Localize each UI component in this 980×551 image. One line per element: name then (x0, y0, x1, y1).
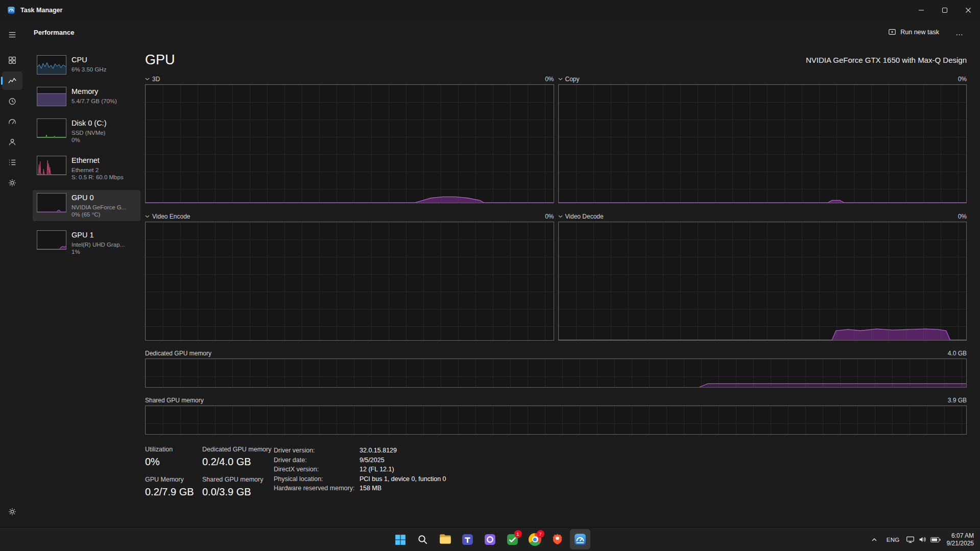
shared-gpu-memory-value: 0.0/3.9 GB (202, 486, 274, 498)
directx-version-value: 12 (FL 12.1) (360, 465, 394, 474)
perf-item-name: Memory (71, 87, 117, 96)
perf-item-detail: 0% (71, 136, 106, 143)
directx-version-label: DirectX version: (274, 465, 360, 474)
task-manager-app-icon (7, 6, 15, 14)
battery-icon (930, 537, 941, 543)
gpu-copy-chart (558, 84, 967, 203)
gpu-video-encode-chart (145, 222, 554, 341)
shared-gpu-memory-chart (145, 405, 967, 435)
sidebar-item-app-history[interactable] (2, 92, 22, 110)
pinned-app-purple-icon[interactable] (480, 529, 500, 549)
perf-item-name: GPU 0 (71, 193, 126, 202)
physical-location-label: Physical location: (274, 474, 360, 484)
perf-item-detail: 1% (71, 248, 125, 255)
ethernet-mini-chart (37, 156, 66, 175)
gpu-3d-chart (145, 84, 554, 203)
chart-value-copy: 0% (958, 76, 967, 83)
perf-item-gpu1[interactable]: GPU 1 Intel(R) UHD Grap... 1% (33, 227, 140, 258)
chart-value-3d: 0% (545, 76, 554, 83)
perf-item-name: Ethernet (71, 156, 124, 165)
gpu-device-name: NVIDIA GeForce GTX 1650 with Max-Q Desig… (806, 56, 967, 64)
perf-item-detail: SSD (NVMe) (71, 129, 106, 136)
sidebar-item-processes[interactable] (2, 51, 22, 69)
chevron-down-icon[interactable] (145, 78, 150, 81)
task-manager-icon[interactable] (570, 529, 590, 549)
menu-icon[interactable] (2, 26, 22, 44)
task-manager-window: Task Manager (0, 0, 980, 527)
more-options-button[interactable]: … (952, 28, 967, 37)
dedicated-memory-label: Dedicated GPU memory (145, 350, 211, 357)
gpu-memory-label: GPU Memory (145, 476, 202, 483)
chevron-down-icon[interactable] (558, 215, 563, 218)
brave-icon[interactable] (547, 529, 568, 549)
window-title: Task Manager (20, 7, 62, 14)
perf-item-detail: 5.4/7.7 GB (70%) (71, 98, 117, 105)
perf-item-name: Disk 0 (C:) (71, 118, 106, 128)
performance-list: CPU 6% 3.50 GHz Memory 5.4/7.7 GB (70%) (25, 44, 145, 527)
volume-icon (918, 535, 927, 544)
clock[interactable]: 6:07 AM 9/21/2025 (947, 532, 974, 547)
dedicated-gpu-memory-label: Dedicated GPU memory (202, 446, 274, 453)
shared-gpu-memory-label: Shared GPU memory (202, 476, 274, 483)
window-controls (910, 0, 980, 20)
memory-mini-chart (37, 87, 66, 106)
sidebar-item-startup-apps[interactable] (2, 112, 22, 131)
hardware-reserved-memory-value: 158 MB (360, 484, 381, 493)
sidebar-item-details[interactable] (2, 153, 22, 172)
chart-value-video-decode: 0% (958, 213, 967, 220)
notification-badge: 1 (514, 530, 522, 538)
gpu-detail-panel: GPU NVIDIA GeForce GTX 1650 with Max-Q D… (145, 44, 980, 527)
pinned-app-green-icon[interactable]: 1 (503, 529, 523, 549)
utilization-label: Utilization (145, 446, 202, 453)
language-indicator[interactable]: ENG (887, 537, 900, 543)
maximize-button[interactable] (933, 0, 957, 20)
run-new-task-label: Run new task (900, 29, 939, 36)
shared-memory-max: 3.9 GB (948, 397, 967, 404)
perf-item-name: GPU 1 (71, 230, 125, 239)
close-button[interactable] (957, 0, 980, 20)
chart-title-video-decode: Video Decode (565, 213, 604, 220)
perf-item-memory[interactable]: Memory 5.4/7.7 GB (70%) (33, 84, 140, 109)
system-tray[interactable] (906, 535, 941, 544)
utilization-value: 0% (145, 456, 202, 468)
perf-item-ethernet[interactable]: Ethernet Ethernet 2 S: 0.5 R: 60.0 Mbps (33, 153, 140, 184)
settings-icon[interactable] (2, 502, 22, 521)
perf-item-name: CPU (71, 55, 106, 64)
gpu-title: GPU (145, 52, 175, 68)
nav-rail (0, 20, 25, 527)
minimize-button[interactable] (910, 0, 933, 20)
sidebar-item-users[interactable] (2, 133, 22, 151)
sidebar-item-performance[interactable] (2, 71, 22, 90)
browser-icon[interactable]: 7 (525, 529, 545, 549)
teams-icon[interactable] (458, 529, 478, 549)
chevron-down-icon[interactable] (558, 78, 563, 81)
chevron-down-icon[interactable] (145, 215, 150, 218)
physical-location-value: PCI bus 1, device 0, function 0 (360, 474, 446, 484)
disk-mini-chart (37, 118, 66, 138)
dedicated-memory-max: 4.0 GB (948, 350, 967, 357)
perf-item-detail: S: 0.5 R: 60.0 Mbps (71, 174, 124, 181)
network-icon (906, 535, 915, 544)
driver-date-label: Driver date: (274, 456, 360, 465)
dedicated-gpu-memory-value: 0.2/4.0 GB (202, 456, 274, 468)
page-header: Performance Run new task … (25, 20, 980, 44)
start-button[interactable] (390, 529, 411, 549)
taskbar: 1 7 ENG (0, 527, 980, 551)
driver-version-label: Driver version: (274, 446, 360, 456)
notification-badge: 7 (537, 530, 544, 538)
perf-item-cpu[interactable]: CPU 6% 3.50 GHz (33, 52, 140, 78)
gpu-video-decode-chart (558, 222, 967, 341)
dedicated-gpu-memory-chart (145, 358, 967, 388)
driver-details: Driver version: 32.0.15.8129 Driver date… (274, 446, 446, 506)
perf-item-detail: NVIDIA GeForce G... (71, 204, 126, 211)
titlebar: Task Manager (0, 0, 980, 20)
sidebar-item-services[interactable] (2, 174, 22, 192)
perf-item-detail: Intel(R) UHD Grap... (71, 241, 125, 248)
search-icon[interactable] (413, 529, 433, 549)
tray-chevron-up-icon[interactable] (868, 530, 880, 550)
perf-item-gpu0[interactable]: GPU 0 NVIDIA GeForce G... 0% (65 °C) (33, 190, 140, 221)
run-new-task-button[interactable]: Run new task (888, 28, 939, 36)
file-explorer-icon[interactable] (435, 529, 456, 549)
perf-item-disk0[interactable]: Disk 0 (C:) SSD (NVMe) 0% (33, 115, 140, 147)
cpu-mini-chart (37, 55, 66, 75)
